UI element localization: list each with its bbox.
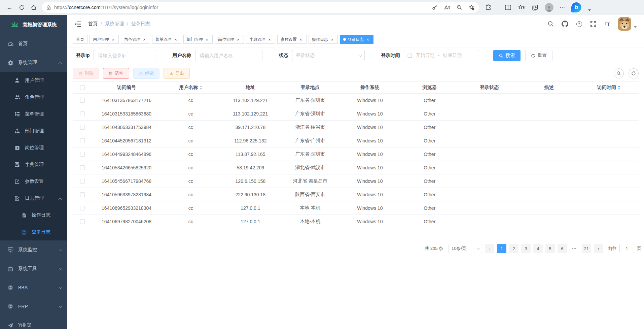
table-row[interactable]: 1641053426655825920 cc 58.19.42.209 湖北省-… [73,161,639,174]
copilot-bing-icon[interactable]: b [571,2,581,12]
user-avatar[interactable] [618,17,631,31]
page-button-5[interactable]: 5 [545,244,555,253]
new-tab-copy-icon[interactable] [531,4,539,11]
header-visit-time[interactable]: 访问时间 [579,85,639,91]
goto-page-input[interactable] [619,244,634,253]
table-row[interactable]: 1641069652933218304 cc 127.0.0.1 本地-本机 W… [73,201,639,215]
sidebar-item-system-tools[interactable]: 系统工具 [0,259,67,278]
row-checkbox[interactable] [80,125,85,130]
sidebar-item-login-log[interactable]: 登录日志 [0,224,67,240]
close-icon[interactable]: × [236,37,241,42]
sidebar-item-log-mgmt[interactable]: 日志管理 [0,190,67,207]
header-user-name[interactable]: 用户名称 [161,85,220,91]
sidebar-item-home[interactable]: 首页 [0,34,67,53]
address-bar[interactable]: https://ccnetcore.com:1101/system/log/lo… [42,2,479,13]
fullscreen-icon[interactable] [589,20,597,28]
breadcrumb-home[interactable]: 首页 [88,21,98,27]
table-row[interactable]: 1641043063331753984 cc 39.171.210.78 浙江省… [73,121,639,134]
sidebar-item-user-mgmt[interactable]: 用户管理 [0,72,67,89]
close-icon[interactable]: × [365,37,370,42]
close-icon[interactable]: × [330,37,334,42]
sidebar-item-erp[interactable]: ERP [0,297,67,316]
date-range-picker[interactable]: 开始日期 - 结束日期 [404,50,479,61]
table-row[interactable]: 1641059633978281984 cc 222.90.130.18 陕西省… [73,188,639,201]
sidebar-item-operation-log[interactable]: 操作日志 [0,207,67,224]
app-logo[interactable]: 意框架管理系统 [0,15,67,34]
sidebar-item-system-mgmt[interactable]: 系统管理 [0,53,67,72]
favorite-star-icon[interactable] [469,5,474,10]
sidebar-collapse-icon[interactable] [72,18,84,30]
close-icon[interactable]: × [111,37,115,42]
sidebar-item-dept-mgmt[interactable]: 部门管理 [0,123,67,139]
table-row[interactable]: 1641069798270046208 cc 127.0.0.1 本地-本机 W… [73,215,639,228]
page-button-1[interactable]: 1 [497,244,506,253]
table-row[interactable]: 1641044993248464896 cc 113.87.92.165 广东省… [73,147,639,161]
unlock-button[interactable]: 解锁 [133,68,159,79]
extensions-icon[interactable] [485,4,492,11]
next-page-button[interactable]: › [594,244,603,253]
toggle-search-button[interactable] [614,68,624,78]
help-icon[interactable]: ? [575,20,583,28]
prev-page-button[interactable]: ‹ [485,244,494,253]
clear-button[interactable]: 清空 [103,68,129,79]
zoom-out-icon[interactable] [457,5,462,10]
sidebar-item-param-settings[interactable]: 参数设置 [0,173,67,190]
tab-operation-log[interactable]: 操作日志× [309,35,338,44]
copilot-caret-icon[interactable] [588,9,591,11]
tab-dict-mgmt[interactable]: 字典管理× [246,35,275,44]
row-checkbox[interactable] [80,206,85,210]
close-icon[interactable]: × [142,37,147,42]
sidebar-item-system-monitor[interactable]: 系统监控 [0,240,67,259]
page-button-6[interactable]: 6 [558,244,567,253]
tab-dept-mgmt[interactable]: 部门管理× [183,35,213,44]
avatar-dropdown-caret-icon[interactable] [634,26,637,28]
tab-menu-mgmt[interactable]: 菜单管理× [152,35,181,44]
close-icon[interactable]: × [173,37,178,42]
font-size-icon[interactable]: TT [604,20,611,28]
browser-settings-more-icon[interactable]: ⋯ [560,4,565,11]
browser-profile-avatar[interactable] [545,3,553,12]
sort-carets-icon[interactable] [200,86,202,90]
row-checkbox[interactable] [80,165,85,170]
sidebar-item-role-mgmt[interactable]: 角色管理 [0,89,67,106]
tab-home[interactable]: 首页 [73,35,87,44]
table-row[interactable]: 1641031367863177216 cc 113.102.129.221 广… [73,94,639,107]
close-icon[interactable]: × [298,37,303,42]
close-icon[interactable]: × [205,37,209,42]
browser-refresh-button[interactable] [16,2,27,13]
reset-button[interactable]: 重置 [525,50,552,61]
page-size-select[interactable]: 10条/页 [449,244,482,253]
tab-post-mgmt[interactable]: 岗位管理× [215,35,244,44]
split-screen-icon[interactable] [504,4,512,11]
row-checkbox[interactable] [80,98,85,103]
lock-icon[interactable] [46,5,51,10]
row-checkbox[interactable] [80,192,85,197]
collections-icon[interactable] [518,4,525,11]
user-name-input[interactable] [195,50,262,61]
table-row[interactable]: 1641031533185863680 cc 113.102.129.221 广… [73,107,639,121]
more-pages-icon[interactable]: ••• [570,244,579,253]
sidebar-item-dict-mgmt[interactable]: 字典管理 [0,156,67,173]
tab-user-mgmt[interactable]: 用户管理× [90,35,119,44]
status-select[interactable]: 登录状态 [292,50,365,61]
table-row[interactable]: 1641044520567181312 cc 112.96.225.132 广东… [73,134,639,147]
page-button-last[interactable]: 21 [582,244,591,253]
refresh-table-button[interactable] [629,68,639,78]
page-button-4[interactable]: 4 [533,244,543,253]
tab-login-log[interactable]: 登录日志× [340,35,373,44]
tab-role-mgmt[interactable]: 角色管理× [121,35,150,44]
login-ip-input[interactable] [94,50,156,61]
row-checkbox[interactable] [80,219,85,224]
export-button[interactable]: 导出 [164,68,190,79]
tab-param-settings[interactable]: 参数设置× [277,35,307,44]
header-search-icon[interactable] [547,20,554,28]
row-checkbox[interactable] [80,111,85,116]
sidebar-item-bbs[interactable]: BBS [0,278,67,297]
password-key-icon[interactable] [432,5,437,10]
breadcrumb-section[interactable]: 系统管理 [105,21,124,27]
github-icon[interactable] [561,20,569,28]
sidebar-item-yi-framework[interactable]: Yi框架 [0,316,67,329]
search-button[interactable]: 搜索 [493,50,521,61]
close-icon[interactable]: × [267,37,272,42]
read-aloud-icon[interactable] [444,5,450,10]
